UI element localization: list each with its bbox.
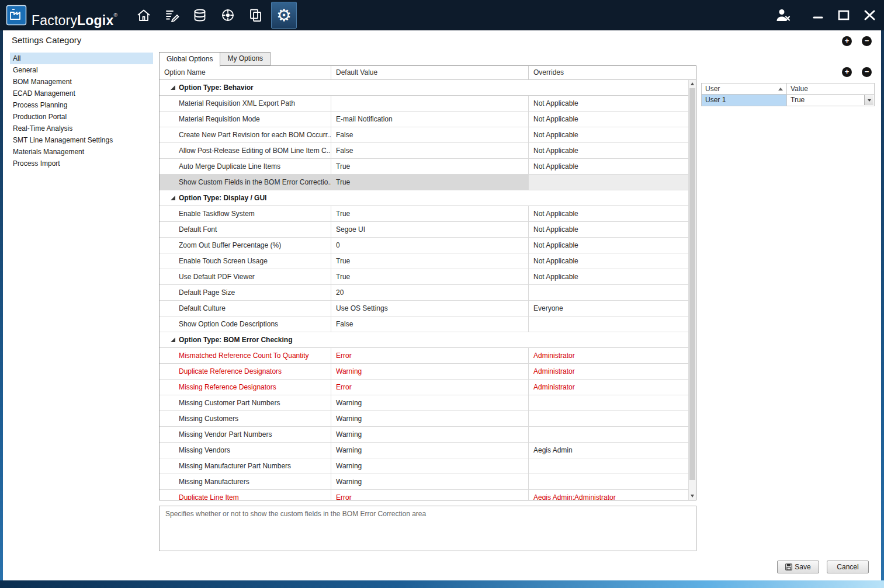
option-name-cell[interactable]: Show Custom Fields in the BOM Error Corr… — [160, 175, 331, 190]
production-icon[interactable] — [215, 1, 241, 29]
column-header-value[interactable]: Value — [786, 83, 875, 95]
expander-icon[interactable] — [171, 196, 175, 200]
column-header-overrides[interactable]: Overrides — [529, 66, 696, 80]
settings-icon[interactable]: ⚙ — [271, 2, 297, 29]
option-name-cell[interactable]: Missing Manufacturer Part Numbers — [160, 458, 331, 474]
scrollbar-thumb[interactable] — [689, 88, 695, 480]
user-override-row[interactable]: User 1 True — [701, 94, 875, 106]
option-name-cell[interactable]: Missing Customers — [160, 411, 331, 426]
default-value-cell[interactable]: False — [331, 127, 529, 142]
option-row-missing-manufacturers[interactable]: Missing ManufacturersWarning — [160, 474, 688, 490]
overrides-cell[interactable]: Aegis Admin — [529, 443, 688, 458]
vertical-scrollbar[interactable] — [688, 80, 696, 500]
sidebar-item-bom-management[interactable]: BOM Management — [10, 76, 153, 88]
option-name-cell[interactable]: Default Page Size — [160, 285, 331, 300]
option-row-allow-post-release-editing-of-bom-line-item-c[interactable]: Allow Post-Release Editing of BOM Line I… — [160, 143, 688, 159]
option-name-cell[interactable]: Allow Post-Release Editing of BOM Line I… — [160, 143, 331, 158]
overrides-cell[interactable] — [529, 427, 688, 442]
option-row-default-page-size[interactable]: Default Page Size20 — [160, 285, 688, 301]
option-row-create-new-part-revision-for-each-bom-occurr[interactable]: Create New Part Revision for each BOM Oc… — [160, 127, 688, 143]
overrides-cell[interactable] — [529, 458, 688, 474]
option-row-enable-taskflow-system[interactable]: Enable Taskflow SystemTrueNot Applicable — [160, 206, 688, 222]
default-value-cell[interactable]: Warning — [331, 395, 529, 410]
overrides-cell[interactable]: Not Applicable — [529, 96, 688, 111]
option-row-duplicate-line-item[interactable]: Duplicate Line ItemErrorAegis Admin;Admi… — [160, 490, 688, 500]
user-add-button[interactable]: + — [842, 67, 852, 77]
default-value-cell[interactable]: True — [331, 206, 529, 221]
group-header-option-type-behavior[interactable]: Option Type: Behavior — [160, 80, 688, 96]
default-value-cell[interactable]: True — [331, 175, 529, 190]
option-name-cell[interactable]: Enable Touch Screen Usage — [160, 253, 331, 269]
default-value-cell[interactable]: True — [331, 159, 529, 174]
option-name-cell[interactable]: Create New Part Revision for each BOM Oc… — [160, 127, 331, 142]
option-row-show-option-code-descriptions[interactable]: Show Option Code DescriptionsFalse — [160, 316, 688, 332]
sidebar-item-process-import[interactable]: Process Import — [10, 158, 153, 169]
option-name-cell[interactable]: Duplicate Line Item — [160, 490, 331, 500]
overrides-cell[interactable]: Not Applicable — [529, 159, 688, 174]
overrides-cell[interactable]: Not Applicable — [529, 269, 688, 284]
overrides-cell[interactable]: Not Applicable — [529, 253, 688, 269]
default-value-cell[interactable]: Warning — [331, 443, 529, 458]
default-value-cell[interactable]: E-mail Notification — [331, 112, 529, 127]
user-logout-icon[interactable] — [774, 6, 792, 24]
close-button[interactable] — [861, 6, 878, 24]
default-value-cell[interactable]: Use OS Settings — [331, 301, 529, 316]
option-row-missing-manufacturer-part-numbers[interactable]: Missing Manufacturer Part NumbersWarning — [160, 458, 688, 474]
option-name-cell[interactable]: Missing Vendor Part Numbers — [160, 427, 331, 442]
sidebar-item-smt-line-management-settings[interactable]: SMT Line Management Settings — [10, 134, 153, 146]
cancel-button[interactable]: Cancel — [827, 561, 869, 573]
user-cell[interactable]: User 1 — [701, 94, 787, 106]
overrides-cell[interactable] — [529, 285, 688, 300]
user-remove-button[interactable]: − — [862, 67, 872, 77]
documents-icon[interactable] — [243, 1, 269, 29]
default-value-cell[interactable]: Error — [331, 490, 529, 500]
tab-global-options[interactable]: Global Options — [159, 52, 220, 67]
default-value-cell[interactable]: Warning — [331, 364, 529, 379]
tab-my-options[interactable]: My Options — [220, 52, 271, 65]
option-row-mismatched-reference-count-to-quantity[interactable]: Mismatched Reference Count To QuantityEr… — [160, 348, 688, 364]
option-name-cell[interactable]: Missing Reference Designators — [160, 380, 331, 395]
overrides-cell[interactable]: Not Applicable — [529, 222, 688, 237]
sidebar-item-process-planning[interactable]: Process Planning — [10, 99, 153, 111]
sidebar-item-production-portal[interactable]: Production Portal — [10, 111, 153, 123]
option-name-cell[interactable]: Missing Vendors — [160, 443, 331, 458]
option-name-cell[interactable]: Default Font — [160, 222, 331, 237]
option-name-cell[interactable]: Zoom Out Buffer Percentage (%) — [160, 238, 331, 253]
group-header-option-type-bom-error-checking[interactable]: Option Type: BOM Error Checking — [160, 332, 688, 348]
home-icon[interactable] — [131, 1, 157, 29]
option-row-material-requisition-mode[interactable]: Material Requisition ModeE-mail Notifica… — [160, 112, 688, 127]
sidebar-item-materials-management[interactable]: Materials Management — [10, 146, 153, 158]
option-row-use-default-pdf-viewer[interactable]: Use Default PDF ViewerTrueNot Applicable — [160, 269, 688, 285]
sidebar-item-general[interactable]: General — [10, 64, 153, 76]
overrides-cell[interactable]: Not Applicable — [529, 112, 688, 127]
sidebar-item-all[interactable]: All — [10, 53, 153, 64]
default-value-cell[interactable]: Warning — [331, 411, 529, 426]
value-combobox[interactable]: True — [786, 94, 875, 106]
column-header-user[interactable]: User — [701, 83, 787, 95]
minimize-button[interactable] — [809, 6, 827, 24]
overrides-cell[interactable]: Not Applicable — [529, 143, 688, 158]
option-name-cell[interactable]: Use Default PDF Viewer — [160, 269, 331, 284]
option-name-cell[interactable]: Material Requisition XML Export Path — [160, 96, 331, 111]
overrides-cell[interactable]: Not Applicable — [529, 238, 688, 253]
option-name-cell[interactable]: Missing Customer Part Numbers — [160, 395, 331, 410]
default-value-cell[interactable]: Segoe UI — [331, 222, 529, 237]
option-name-cell[interactable]: Duplicate Reference Designators — [160, 364, 331, 379]
overrides-cell[interactable]: Not Applicable — [529, 127, 688, 142]
overrides-cell[interactable] — [529, 474, 688, 489]
scroll-down-icon[interactable] — [689, 492, 696, 500]
option-row-zoom-out-buffer-percentage[interactable]: Zoom Out Buffer Percentage (%)0Not Appli… — [160, 238, 688, 253]
column-header-default-value[interactable]: Default Value — [331, 66, 529, 80]
option-row-default-font[interactable]: Default FontSegoe UINot Applicable — [160, 222, 688, 238]
default-value-cell[interactable]: 20 — [331, 285, 529, 300]
option-row-missing-customer-part-numbers[interactable]: Missing Customer Part NumbersWarning — [160, 395, 688, 411]
default-value-cell[interactable]: True — [331, 269, 529, 284]
column-header-option-name[interactable]: Option Name — [160, 66, 331, 80]
maximize-button[interactable] — [835, 6, 852, 24]
default-value-cell[interactable]: Warning — [331, 458, 529, 474]
option-name-cell[interactable]: Auto Merge Duplicate Line Items — [160, 159, 331, 174]
overrides-cell[interactable]: Administrator — [529, 364, 688, 379]
overrides-cell[interactable] — [529, 175, 688, 190]
default-value-cell[interactable]: Warning — [331, 427, 529, 442]
option-name-cell[interactable]: Default Culture — [160, 301, 331, 316]
